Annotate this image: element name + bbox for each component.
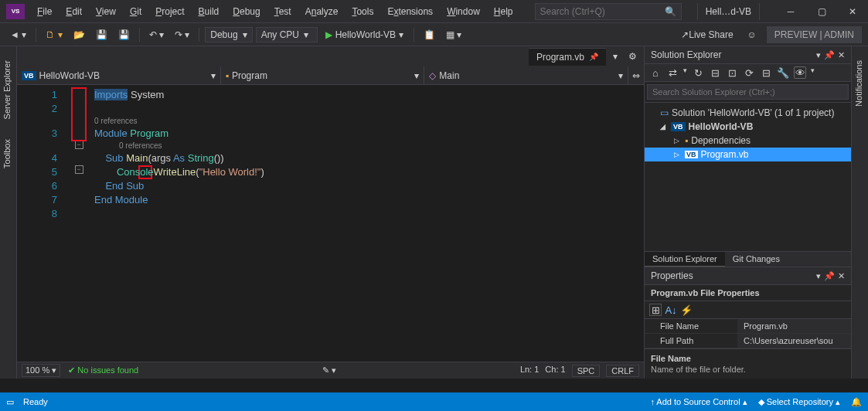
properties-header: Properties ▾ 📌 ✕ xyxy=(645,267,851,285)
vs-logo: VS xyxy=(6,4,25,19)
menu-extensions[interactable]: Extensions xyxy=(381,3,439,20)
select-repository[interactable]: ◆ Select Repository ▴ xyxy=(758,397,840,407)
menu-analyze[interactable]: Analyze xyxy=(299,3,345,20)
menu-help[interactable]: Help xyxy=(488,3,519,20)
close-icon[interactable]: ✕ xyxy=(838,271,845,281)
redo-icon[interactable]: ↷ ▾ xyxy=(171,27,193,42)
tree-project[interactable]: ◢VBHelloWorld-VB xyxy=(645,120,851,134)
configuration-dropdown[interactable]: Debug▾ xyxy=(205,27,252,42)
fold-icon[interactable]: − xyxy=(75,165,83,174)
add-source-control[interactable]: ↑ Add to Source Control ▴ xyxy=(650,397,747,407)
editor-status-bar: 100 % ▾ ✔ No issues found ✎ ▾ Ln: 1 Ch: … xyxy=(17,362,644,379)
preview-admin-button[interactable]: PREVIEW | ADMIN xyxy=(767,26,862,43)
sync-icon[interactable]: ↻ xyxy=(692,66,704,79)
collapse-icon[interactable]: ⊟ xyxy=(760,66,772,79)
indent-indicator[interactable]: SPC xyxy=(572,365,601,377)
property-row[interactable]: File NameProgram.vb xyxy=(645,319,851,334)
toolbox-icon[interactable]: 📋 xyxy=(420,27,439,42)
solution-search-input[interactable] xyxy=(647,84,849,100)
new-project-icon[interactable]: 🗋 ▾ xyxy=(42,27,66,42)
close-button[interactable]: ✕ xyxy=(837,0,868,23)
menu-git[interactable]: Git xyxy=(124,3,148,20)
categorize-icon[interactable]: ⊞ xyxy=(649,304,662,316)
solution-explorer-toolbar: ⌂ ⇄ ▾ ↻ ⊟ ⊡ ⟳ ⊟ 🔧 👁 ▾ xyxy=(645,64,851,82)
switch-view-icon[interactable]: ⇄ xyxy=(666,66,679,79)
tab-overflow-icon[interactable]: ▾ xyxy=(609,49,621,64)
prop-desc-title: File Name xyxy=(651,354,845,363)
live-share-button[interactable]: ↗ Live Share xyxy=(677,27,737,42)
server-explorer-tab[interactable]: Server Explorer xyxy=(0,54,16,125)
events-icon[interactable]: ⚡ xyxy=(680,304,693,316)
pin-icon[interactable]: 📌 xyxy=(589,53,598,61)
feedback-icon[interactable]: ☺ xyxy=(744,27,761,42)
property-row[interactable]: Full PathC:\Users\azureuser\sou xyxy=(645,334,851,348)
dropdown-icon[interactable]: ▾ xyxy=(816,271,821,281)
global-search[interactable]: 🔍 xyxy=(535,3,682,20)
close-icon[interactable]: ✕ xyxy=(838,50,845,60)
output-icon[interactable]: ▭ xyxy=(6,397,14,407)
issues-status[interactable]: ✔ No issues found xyxy=(68,365,138,375)
main-menu: FileEditViewGitProjectBuildDebugTestAnal… xyxy=(31,3,519,20)
tree-program-file[interactable]: ▷VBProgram.vb xyxy=(645,148,851,161)
menu-edit[interactable]: Edit xyxy=(60,3,88,20)
solution-explorer-header: Solution Explorer ▾ 📌 ✕ xyxy=(645,46,851,64)
save-all-icon[interactable]: 💾 xyxy=(114,27,134,42)
nav-member[interactable]: ◇Main▾ xyxy=(424,66,628,84)
eol-indicator[interactable]: CRLF xyxy=(606,365,639,377)
toolbar: ◄ ▾ 🗋 ▾ 📂 💾 💾 ↶ ▾ ↷ ▾ Debug▾ Any CPU▾ ▶ … xyxy=(0,23,868,46)
search-input[interactable] xyxy=(540,6,665,17)
health-icon[interactable]: ✎ ▾ xyxy=(322,365,336,375)
show-all-icon[interactable]: ⊡ xyxy=(726,66,738,79)
maximize-button[interactable]: ▢ xyxy=(806,0,837,23)
menu-build[interactable]: Build xyxy=(192,3,226,20)
play-icon: ▶ xyxy=(325,29,332,40)
file-tab[interactable]: Program.vb 📌 xyxy=(529,48,606,66)
undo-icon[interactable]: ↶ ▾ xyxy=(145,27,168,42)
left-tool-rail: Server Explorer Toolbox xyxy=(0,46,17,379)
filter-icon[interactable]: ⊟ xyxy=(709,66,721,79)
preview-icon[interactable]: 👁 xyxy=(794,66,806,79)
settings-icon[interactable]: ⚙ xyxy=(625,49,641,64)
window-title-tab[interactable]: Hell…d-VB xyxy=(697,3,760,20)
nav-back-icon[interactable]: ◄ ▾ xyxy=(6,27,30,42)
titlebar: VS FileEditViewGitProjectBuildDebugTestA… xyxy=(0,0,868,23)
home-icon[interactable]: ⌂ xyxy=(649,66,662,79)
zoom-dropdown[interactable]: 100 % ▾ xyxy=(22,364,60,377)
tree-dependencies[interactable]: ▷▪Dependencies xyxy=(645,134,851,148)
menu-window[interactable]: Window xyxy=(441,3,486,20)
line-numbers: 12345678 xyxy=(17,85,63,362)
ready-status: Ready xyxy=(23,397,48,406)
code-content: Imports System 0 references Module Progr… xyxy=(94,85,644,362)
open-icon[interactable]: 📂 xyxy=(70,27,89,42)
toolbox-tab[interactable]: Toolbox xyxy=(0,133,16,175)
refresh-icon[interactable]: ⟳ xyxy=(743,66,755,79)
editor: Program.vb 📌 ▾ ⚙ VBHelloWorld-VB▾ ▪Progr… xyxy=(17,46,644,379)
notifications-icon[interactable]: 🔔 xyxy=(851,397,862,407)
pin-icon[interactable]: 📌 xyxy=(824,50,835,60)
split-icon[interactable]: ⇔ xyxy=(628,66,644,84)
tree-solution[interactable]: ▭Solution 'HelloWorld-VB' (1 of 1 projec… xyxy=(645,106,851,120)
properties-icon[interactable]: 🔧 xyxy=(777,66,789,79)
menu-view[interactable]: View xyxy=(90,3,122,20)
menu-project[interactable]: Project xyxy=(149,3,190,20)
nav-class[interactable]: ▪Program▾ xyxy=(221,66,425,84)
minimize-button[interactable]: ─ xyxy=(775,0,806,23)
notifications-tab[interactable]: Notifications xyxy=(852,54,868,113)
solution-explorer-tab[interactable]: Solution Explorer xyxy=(645,252,725,267)
fold-icon[interactable]: − xyxy=(75,141,83,149)
layout-icon[interactable]: ▦ ▾ xyxy=(442,27,465,42)
start-debug-button[interactable]: ▶ HelloWorld-VB ▾ xyxy=(321,28,408,42)
git-changes-tab[interactable]: Git Changes xyxy=(725,252,788,267)
dropdown-icon[interactable]: ▾ xyxy=(816,50,821,60)
menu-debug[interactable]: Debug xyxy=(226,3,266,20)
nav-project[interactable]: VBHelloWorld-VB▾ xyxy=(17,66,221,84)
sort-icon[interactable]: A↓ xyxy=(665,304,677,316)
platform-dropdown[interactable]: Any CPU▾ xyxy=(256,27,318,42)
code-area[interactable]: 12345678 − − Imports System 0 references… xyxy=(17,85,644,362)
pin-icon[interactable]: 📌 xyxy=(824,271,835,281)
menu-tools[interactable]: Tools xyxy=(345,3,380,20)
menu-file[interactable]: File xyxy=(31,3,58,20)
save-icon[interactable]: 💾 xyxy=(92,27,111,42)
col-indicator: Ch: 1 xyxy=(545,365,565,377)
menu-test[interactable]: Test xyxy=(268,3,298,20)
